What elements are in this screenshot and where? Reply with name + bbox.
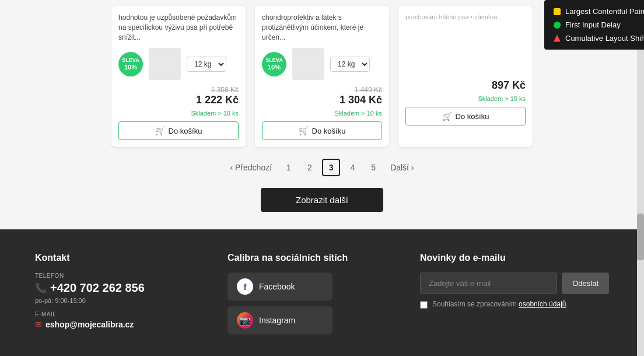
gdpr-link[interactable]: osobních údajů xyxy=(519,300,566,308)
stock-info-3: Skladem > 10 ks xyxy=(405,95,526,102)
sleva-badge-1: SLEVA 10% xyxy=(118,52,143,76)
footer-newsletter-title: Novinky do e-mailu xyxy=(420,253,609,263)
facebook-label: Facebook xyxy=(259,282,295,291)
phone-icon: 📞 xyxy=(35,282,47,294)
perf-row-fid: First Input Delay 0.98 ms xyxy=(554,20,644,29)
price-area-3: 897 Kč xyxy=(405,79,526,92)
gdpr-text: Souhlasím se zpracováním osobních údajů. xyxy=(432,300,568,308)
products-container: hodnotou je uzpůsobené požadavkům na spe… xyxy=(0,0,644,159)
email-input-row: Odeslat xyxy=(420,273,609,294)
instagram-button[interactable]: 📷 Instagram xyxy=(228,306,332,334)
email-address: eshop@mojecalibra.cz xyxy=(46,320,134,329)
working-hours: po-pá: 9:00-15:00 xyxy=(35,297,192,304)
phone-number: +420 702 262 856 xyxy=(50,281,145,295)
sleva-badge-2: SLEVA 10% xyxy=(262,52,286,76)
cart-icon-2: 🛒 xyxy=(299,126,309,135)
show-more-button[interactable]: Zobrazit další xyxy=(261,188,383,212)
footer-newsletter: Novinky do e-mailu Odeslat Souhlasím se … xyxy=(420,253,609,340)
telefon-label: TELEFON xyxy=(35,273,192,279)
gdpr-checkbox[interactable] xyxy=(420,301,428,309)
original-price-1: 1 358 Kč xyxy=(118,86,239,94)
footer: Kontakt TELEFON 📞 +420 702 262 856 po-pá… xyxy=(0,229,644,356)
add-to-cart-btn-3[interactable]: 🛒 Do košíku xyxy=(405,107,526,125)
page-4-btn[interactable]: 4 xyxy=(344,159,361,176)
scrollbar[interactable] xyxy=(637,0,644,356)
page-5-btn[interactable]: 5 xyxy=(365,159,382,176)
cls-dot xyxy=(554,35,561,42)
add-to-cart-btn-2[interactable]: 🛒 Do košíku xyxy=(262,121,382,140)
perf-row-lcp: Largest Contentful Paint 3.07 s xyxy=(554,7,644,16)
fid-dot xyxy=(554,22,561,29)
footer-contact: Kontakt TELEFON 📞 +420 702 262 856 po-pá… xyxy=(35,253,192,340)
lcp-label: Largest Contentful Paint xyxy=(565,7,644,16)
fid-label: First Input Delay xyxy=(565,20,644,29)
lcp-dot xyxy=(554,8,561,15)
sale-price-1: 1 222 Kč xyxy=(118,94,239,106)
product-text-3: prochování bílého psa • záměna xyxy=(405,13,526,39)
stock-info-1: Skladem > 10 ks xyxy=(118,110,239,117)
cls-label: Cumulative Layout Shift xyxy=(565,34,644,43)
next-page-btn[interactable]: Další › xyxy=(386,159,418,176)
gdpr-row: Souhlasím se zpracováním osobních údajů. xyxy=(420,300,609,309)
product-text-2: chondroprotektiv a látek s protizánětliv… xyxy=(262,13,382,42)
instagram-label: Instagram xyxy=(259,316,295,325)
stock-info-2: Skladem > 10 ks xyxy=(262,110,382,117)
weight-select-1[interactable]: 12 kg 4 kg 2 kg xyxy=(187,57,226,72)
scrollbar-thumb[interactable] xyxy=(637,214,644,260)
page-1-btn[interactable]: 1 xyxy=(280,159,298,176)
email-row: ✉ eshop@mojecalibra.cz xyxy=(35,320,192,329)
product-controls-2: SLEVA 10% 12 kg 4 kg 2 kg xyxy=(262,48,382,80)
product-text-1: hodnotou je uzpůsobené požadavkům na spe… xyxy=(118,13,239,42)
product-card-3: prochování bílého psa • záměna 897 Kč Sk… xyxy=(398,6,533,147)
cart-icon-1: 🛒 xyxy=(155,126,165,135)
send-newsletter-button[interactable]: Odeslat xyxy=(562,273,609,294)
sale-price-3: 897 Kč xyxy=(405,79,526,92)
facebook-icon: f xyxy=(237,278,253,295)
phone-row: 📞 +420 702 262 856 xyxy=(35,281,192,295)
prev-page-btn[interactable]: ‹ Předchozí xyxy=(225,159,276,176)
perf-row-cls: Cumulative Layout Shift 0.90 xyxy=(554,34,644,43)
page-2-btn[interactable]: 2 xyxy=(301,159,318,176)
product-controls-1: SLEVA 10% 12 kg 4 kg 2 kg xyxy=(118,48,239,80)
performance-overlay: Largest Contentful Paint 3.07 s First In… xyxy=(544,0,644,50)
price-area-2: 1 449 Kč 1 304 Kč xyxy=(262,86,382,106)
facebook-button[interactable]: f Facebook xyxy=(228,273,332,301)
product-image-2 xyxy=(292,48,324,80)
instagram-icon: 📷 xyxy=(237,312,253,329)
email-newsletter-input[interactable] xyxy=(420,273,557,294)
footer-social: Calibra na sociálních sítích f Facebook … xyxy=(228,253,385,340)
footer-contact-title: Kontakt xyxy=(35,253,192,263)
cart-icon-3: 🛒 xyxy=(442,111,452,121)
product-card-2: chondroprotektiv a látek s protizánětliv… xyxy=(255,6,389,147)
weight-select-2[interactable]: 12 kg 4 kg 2 kg xyxy=(330,57,370,72)
price-area-1: 1 358 Kč 1 222 Kč xyxy=(118,86,239,106)
original-price-2: 1 449 Kč xyxy=(262,86,382,94)
product-image-1 xyxy=(149,48,181,80)
email-icon: ✉ xyxy=(35,320,42,329)
product-card-1: hodnotou je uzpůsobené požadavkům na spe… xyxy=(111,6,246,147)
sale-price-2: 1 304 Kč xyxy=(262,94,382,106)
email-label: E-MAIL xyxy=(35,311,192,317)
page-3-btn[interactable]: 3 xyxy=(322,159,341,176)
footer-social-title: Calibra na sociálních sítích xyxy=(228,253,385,263)
add-to-cart-btn-1[interactable]: 🛒 Do košíku xyxy=(118,121,239,140)
pagination: ‹ Předchozí 1 2 3 4 5 Další › xyxy=(0,159,644,176)
